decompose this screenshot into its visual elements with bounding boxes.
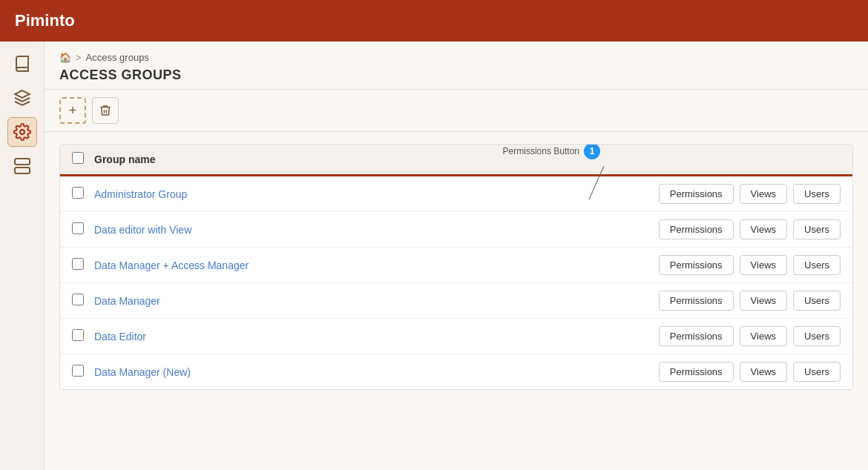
views-button[interactable]: Views: [740, 291, 787, 311]
row-checkbox-1[interactable]: [72, 222, 84, 234]
table-row: Administrator Group Permissions Views Us…: [60, 176, 852, 212]
users-button[interactable]: Users: [793, 291, 841, 311]
main-layout: 🏠 > Access groups ACCESS GROUPS +: [0, 42, 868, 470]
breadcrumb-area: 🏠 > Access groups ACCESS GROUPS: [45, 42, 868, 90]
sidebar-icon-book[interactable]: [7, 49, 37, 79]
row-checkbox-5[interactable]: [72, 365, 84, 377]
row-checkbox-col: [72, 294, 94, 308]
table-row: Data Editor Permissions Views Users: [60, 319, 852, 354]
table-row: Data editor with View Permissions Views …: [60, 212, 852, 248]
table-header: Group name Permissions Button 1: [60, 145, 852, 176]
home-icon[interactable]: 🏠: [59, 52, 71, 63]
sidebar-icon-layers[interactable]: [7, 83, 37, 113]
sidebar-icon-gear[interactable]: [7, 117, 37, 147]
breadcrumb-current: Access groups: [86, 52, 149, 63]
views-button[interactable]: Views: [740, 219, 787, 239]
add-button[interactable]: +: [59, 97, 86, 124]
row-group-name[interactable]: Data Manager + Access Manager: [94, 259, 659, 271]
users-button[interactable]: Users: [793, 184, 841, 204]
page-title: ACCESS GROUPS: [59, 67, 853, 83]
tooltip-badge: 1: [584, 144, 600, 159]
users-button[interactable]: Users: [793, 326, 841, 346]
views-button[interactable]: Views: [740, 184, 787, 204]
svg-line-6: [589, 166, 604, 199]
tooltip-label: Permissions Button: [503, 146, 579, 156]
row-checkbox-col: [72, 222, 94, 237]
sidebar: [0, 42, 45, 470]
row-group-name[interactable]: Data Manager: [94, 295, 659, 307]
row-group-name[interactable]: Data editor with View: [94, 224, 659, 236]
row-checkbox-col: [72, 365, 94, 380]
users-button[interactable]: Users: [793, 219, 841, 239]
delete-button[interactable]: [92, 97, 119, 124]
row-checkbox-0[interactable]: [72, 187, 84, 199]
svg-rect-2: [15, 159, 30, 165]
row-actions: Permissions Views Users: [659, 219, 841, 239]
row-actions: Permissions Views Users: [659, 184, 841, 204]
permissions-button[interactable]: Permissions: [659, 326, 734, 346]
table-rows-container: Administrator Group Permissions Views Us…: [60, 176, 852, 389]
row-checkbox-col: [72, 258, 94, 273]
row-actions: Permissions Views Users: [659, 326, 841, 346]
svg-rect-3: [15, 168, 30, 173]
breadcrumb: 🏠 > Access groups: [59, 52, 853, 63]
row-checkbox-3[interactable]: [72, 294, 84, 305]
tooltip-callout: Permissions Button 1: [503, 144, 600, 159]
select-all-checkbox[interactable]: [72, 152, 84, 164]
views-button[interactable]: Views: [740, 362, 787, 382]
views-button[interactable]: Views: [740, 255, 787, 275]
row-group-name[interactable]: Data Manager (New): [94, 366, 659, 378]
app-header: Piminto: [0, 0, 868, 42]
sidebar-icon-server[interactable]: [7, 151, 37, 181]
content-area: 🏠 > Access groups ACCESS GROUPS +: [45, 42, 868, 470]
permissions-button[interactable]: Permissions: [659, 362, 734, 382]
permissions-button[interactable]: Permissions: [659, 255, 734, 275]
row-group-name[interactable]: Administrator Group: [94, 188, 659, 200]
row-checkbox-2[interactable]: [72, 258, 84, 270]
permissions-button[interactable]: Permissions: [659, 184, 734, 204]
row-group-name[interactable]: Data Editor: [94, 331, 659, 342]
table-wrapper: Group name Permissions Button 1: [59, 144, 853, 390]
table-row: Data Manager Permissions Views Users: [60, 283, 852, 319]
row-checkbox-col: [72, 187, 94, 202]
table-area: Group name Permissions Button 1: [45, 132, 868, 470]
breadcrumb-separator: >: [76, 52, 82, 63]
permissions-button[interactable]: Permissions: [659, 219, 734, 239]
row-checkbox-4[interactable]: [72, 329, 84, 341]
table-row: Data Manager + Access Manager Permission…: [60, 248, 852, 283]
app-title: Piminto: [15, 11, 75, 30]
svg-point-1: [20, 130, 24, 134]
toolbar: +: [45, 90, 868, 132]
svg-marker-0: [15, 90, 30, 98]
users-button[interactable]: Users: [793, 362, 841, 382]
table-row: Data Manager (New) Permissions Views Use…: [60, 354, 852, 389]
views-button[interactable]: Views: [740, 326, 787, 346]
row-actions: Permissions Views Users: [659, 362, 841, 382]
row-actions: Permissions Views Users: [659, 255, 841, 275]
row-actions: Permissions Views Users: [659, 291, 841, 311]
users-button[interactable]: Users: [793, 255, 841, 275]
header-checkbox-col: [72, 152, 94, 167]
permissions-button[interactable]: Permissions: [659, 291, 734, 311]
row-checkbox-col: [72, 329, 94, 344]
